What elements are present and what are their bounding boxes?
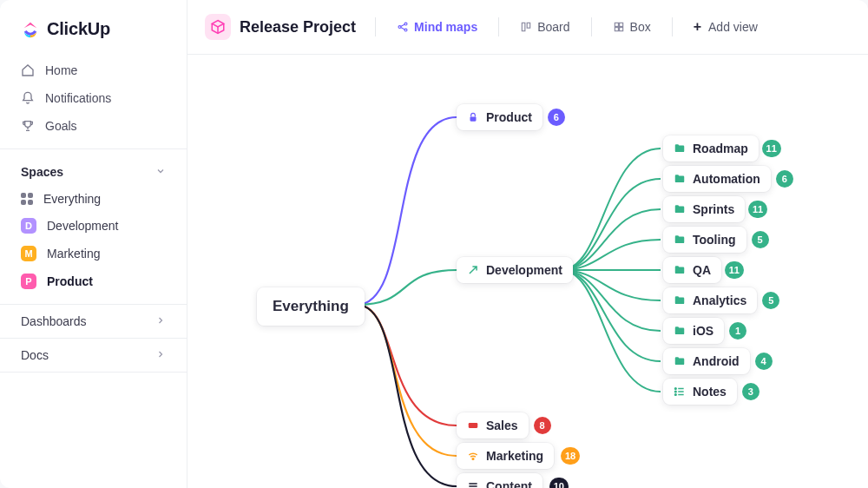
folder-icon: [674, 325, 686, 337]
node-label: Notes: [693, 385, 727, 399]
mindmap-node-automation[interactable]: Automation6: [663, 166, 771, 192]
separator: [672, 17, 673, 36]
mindmap-node-tooling[interactable]: Tooling5: [663, 227, 746, 253]
mindmap-node-android[interactable]: Android4: [663, 348, 750, 374]
nav-notifications[interactable]: Notifications: [7, 84, 180, 112]
count-badge: 11: [748, 201, 767, 218]
sidebar-item-marketing[interactable]: M Marketing: [0, 240, 187, 267]
sidebar: ClickUp Home Notifications Goals Spaces …: [0, 0, 187, 488]
tab-label: Mind maps: [414, 20, 477, 34]
tab-mind-maps[interactable]: Mind maps: [388, 16, 486, 37]
app-root: ClickUp Home Notifications Goals Spaces …: [0, 0, 868, 488]
separator: [498, 17, 499, 36]
sidebar-item-development[interactable]: D Development: [0, 212, 187, 240]
brand-name: ClickUp: [47, 19, 110, 39]
tab-label: Box: [630, 20, 651, 34]
tab-box[interactable]: Box: [604, 16, 660, 37]
mindmap-node-sales[interactable]: Sales 8: [457, 412, 529, 439]
node-label: Everything: [273, 298, 349, 315]
board-icon: [520, 21, 532, 33]
mindmap-node-ios[interactable]: iOS1: [663, 318, 724, 344]
node-label: Sprints: [693, 202, 734, 216]
tab-label: Board: [537, 20, 569, 34]
count-badge: 11: [762, 140, 781, 157]
svg-rect-6: [619, 23, 622, 26]
box-icon: [613, 21, 625, 33]
node-label: iOS: [693, 324, 713, 338]
node-label: Tooling: [693, 233, 736, 247]
node-label: Android: [693, 354, 740, 368]
svg-rect-3: [523, 23, 526, 30]
svg-rect-9: [470, 116, 477, 121]
list-icon: [674, 386, 686, 398]
nav-label: Home: [45, 63, 77, 77]
node-label: Content: [486, 479, 532, 488]
space-label: Product: [47, 274, 93, 288]
spaces-header-label: Spaces: [21, 165, 63, 179]
project-title: Release Project: [240, 18, 356, 36]
folder-icon: [674, 234, 686, 246]
mindmap-node-qa[interactable]: QA11: [663, 257, 721, 283]
count-badge: 1: [729, 322, 746, 340]
folder-icon: [674, 294, 686, 307]
mindmap-node-notes[interactable]: Notes3: [663, 379, 737, 405]
mindmap-node-marketing[interactable]: Marketing 18: [457, 443, 554, 469]
plus-icon: +: [694, 19, 701, 35]
project-cube-icon: [205, 14, 231, 40]
sidebar-item-dashboards[interactable]: Dashboards: [0, 304, 187, 338]
node-label: QA: [693, 263, 711, 277]
mindmap-node-development[interactable]: Development: [457, 257, 573, 283]
clickup-logo-icon: [21, 20, 40, 39]
nav-goals[interactable]: Goals: [7, 112, 180, 140]
mindmap-node-content[interactable]: Content 10: [457, 473, 542, 488]
node-label: Roadmap: [693, 142, 748, 155]
spaces-header[interactable]: Spaces: [0, 158, 187, 186]
node-label: Sales: [486, 419, 518, 432]
header: Release Project Mind maps Board Box + Ad…: [187, 0, 868, 55]
nav-label: Goals: [45, 119, 77, 133]
mindmap-root-node[interactable]: Everything: [257, 287, 365, 326]
main: Release Project Mind maps Board Box + Ad…: [187, 0, 868, 488]
mindmap-node-roadmap[interactable]: Roadmap11: [663, 135, 759, 162]
nav-label: Notifications: [45, 91, 111, 105]
sidebar-item-product[interactable]: P Product: [0, 267, 187, 295]
svg-rect-4: [527, 23, 530, 28]
svg-point-13: [674, 391, 676, 392]
mindmap-node-product[interactable]: Product 6: [457, 104, 542, 130]
svg-rect-8: [619, 28, 622, 31]
arrow-icon: [467, 264, 479, 276]
mindmap-node-analytics[interactable]: Analytics5: [663, 287, 757, 313]
count-badge: 3: [742, 383, 760, 400]
folder-icon: [674, 142, 686, 155]
mindmap-node-sprints[interactable]: Sprints11: [663, 196, 745, 222]
count-badge: 4: [755, 353, 773, 370]
sidebar-item-docs[interactable]: Docs: [0, 338, 187, 373]
separator: [591, 17, 592, 36]
trophy-icon: [21, 119, 35, 133]
add-view-button[interactable]: + Add view: [685, 16, 766, 38]
brand: ClickUp: [0, 0, 187, 56]
nav-primary: Home Notifications Goals: [0, 56, 187, 140]
chevron-right-icon: [155, 348, 166, 362]
count-badge: 5: [752, 231, 769, 248]
mindmap-canvas[interactable]: Everything Product 6 Development Sales 8: [187, 55, 868, 488]
nav-home[interactable]: Home: [7, 56, 180, 84]
svg-point-12: [674, 388, 676, 390]
folder-icon: [674, 173, 686, 185]
count-badge: 6: [776, 170, 793, 188]
folder-icon: [674, 264, 686, 276]
sidebar-item-everything[interactable]: Everything: [0, 186, 187, 212]
space-label: Marketing: [47, 247, 100, 260]
separator: [375, 17, 376, 36]
tab-board[interactable]: Board: [511, 16, 578, 37]
folder-icon: [674, 355, 686, 367]
chevron-down-icon: [155, 165, 166, 179]
space-badge: P: [21, 274, 36, 289]
home-icon: [21, 63, 35, 77]
ticket-icon: [467, 419, 479, 432]
divider: [0, 148, 187, 149]
wifi-icon: [467, 450, 479, 462]
svg-rect-10: [469, 423, 478, 428]
space-label: Development: [47, 219, 119, 233]
grid-icon: [21, 193, 33, 205]
